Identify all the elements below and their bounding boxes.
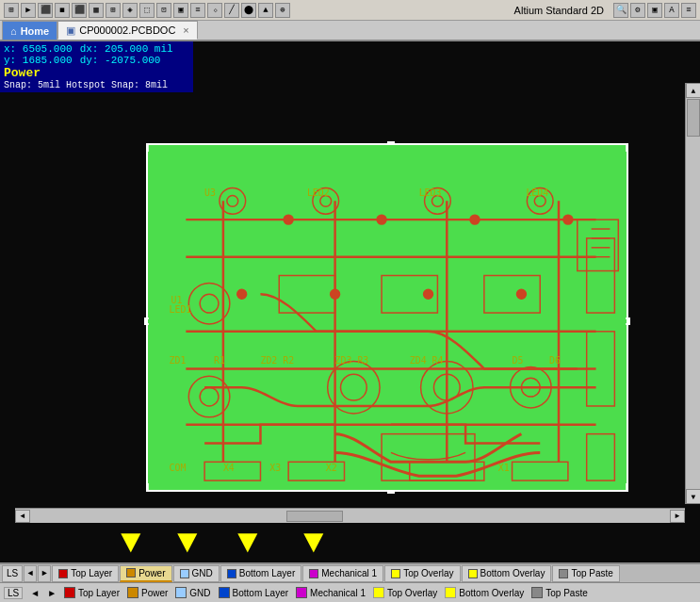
- nav-left-status[interactable]: ◄: [30, 588, 40, 598]
- y-coord: y: 1685.000: [4, 55, 73, 66]
- status-bottom-overlay-color: [445, 587, 456, 598]
- arrow-1: ▼: [121, 524, 141, 562]
- svg-point-51: [516, 289, 526, 299]
- layer-tab-top-paste[interactable]: Top Paste: [552, 565, 619, 582]
- layer-tab-gnd[interactable]: GND: [173, 565, 220, 582]
- svg-point-47: [563, 215, 573, 224]
- layer-tab-bottom-overlay[interactable]: Bottom Overlay: [462, 565, 552, 582]
- toolbar-icon-9[interactable]: ⬚: [139, 3, 155, 18]
- status-gnd-color: [175, 587, 187, 598]
- status-bottom-layer[interactable]: Bottom Layer: [219, 587, 288, 598]
- arrow-2: ▼: [177, 524, 198, 562]
- toolbar-icon-right-4[interactable]: A: [664, 3, 679, 18]
- status-top-layer[interactable]: Top Layer: [64, 587, 120, 598]
- svg-point-50: [424, 289, 433, 299]
- svg-point-46: [470, 215, 480, 224]
- layer-tab-bottom-layer[interactable]: Bottom Layer: [220, 565, 301, 582]
- scroll-thumb-vertical[interactable]: [687, 99, 700, 137]
- status-bottom-layer-label: Bottom Layer: [233, 588, 288, 598]
- status-top-paste[interactable]: Top Paste: [531, 587, 587, 598]
- status-bottom-overlay[interactable]: Bottom Overlay: [445, 587, 524, 598]
- top-overlay-label: Top Overlay: [403, 568, 453, 578]
- toolbar-icon-11[interactable]: ▣: [173, 3, 188, 18]
- svg-text:ZD2 R2: ZD2 R2: [260, 355, 294, 366]
- power-label: Power: [138, 568, 165, 578]
- svg-text:X1: X1: [498, 463, 510, 473]
- dx-coord: dx: 205.000 mil: [80, 43, 173, 55]
- svg-text:LED1: LED1: [170, 304, 192, 315]
- scroll-right-button[interactable]: ►: [670, 510, 685, 523]
- toolbar-icon-13[interactable]: ⬦: [207, 3, 222, 18]
- status-bar: LS ◄ ► Top Layer Power GND Bottom Layer …: [0, 582, 700, 602]
- scroll-up-button[interactable]: ▲: [686, 83, 700, 98]
- top-paste-color: [559, 569, 568, 578]
- toolbar-icon-14[interactable]: ╱: [224, 3, 239, 18]
- toolbar-icon-right-1[interactable]: 🔍: [613, 3, 628, 18]
- nav-right-status[interactable]: ►: [47, 588, 57, 598]
- toolbar-icon-right-3[interactable]: ▣: [647, 3, 662, 18]
- scroll-thumb-horizontal[interactable]: [286, 511, 343, 522]
- svg-text:U3: U3: [204, 187, 216, 198]
- tab-home[interactable]: ⌂ Home: [2, 21, 57, 40]
- toolbar-icon-8[interactable]: ◈: [122, 3, 138, 18]
- toolbar-icon-right-5[interactable]: ≡: [681, 3, 696, 18]
- toolbar-icon-5[interactable]: ⬛: [72, 3, 87, 18]
- toolbar-icon-6[interactable]: ▦: [89, 3, 104, 18]
- status-mechanical-color: [296, 587, 307, 598]
- svg-text:U1: U1: [171, 295, 183, 305]
- layer-tab-top-overlay[interactable]: Top Overlay: [384, 565, 460, 582]
- vertical-scrollbar[interactable]: ▲ ▼: [685, 83, 700, 504]
- layer-scroll-right[interactable]: ►: [38, 565, 51, 582]
- snap-info: Snap: 5mil Hotspot Snap: 8mil: [4, 80, 189, 90]
- status-top-overlay-label: Top Overlay: [387, 588, 437, 598]
- toolbar-icon-12[interactable]: ≡: [190, 3, 205, 18]
- toolbar-icon-1[interactable]: ⊞: [4, 3, 19, 18]
- tab-pcbdoc[interactable]: ▣ CP000002.PCBDOC ×: [57, 21, 198, 40]
- scroll-track-horizontal: [30, 510, 670, 523]
- ls-indicator: LS: [2, 565, 23, 582]
- toolbar-icon-10[interactable]: ⊡: [156, 3, 171, 18]
- svg-text:LED4: LED4: [526, 187, 548, 198]
- x-coord: x: 6505.000: [4, 43, 73, 55]
- toolbar-icon-15[interactable]: ⬤: [241, 3, 256, 18]
- status-gnd[interactable]: GND: [175, 587, 210, 598]
- status-top-overlay-color: [373, 587, 384, 598]
- gnd-label: GND: [192, 568, 213, 578]
- layer-tabs: LS ◄ ► Top Layer Power GND Bottom Layer …: [0, 564, 700, 582]
- svg-text:ZD4 R4: ZD4 R4: [410, 355, 444, 366]
- status-gnd-label: GND: [189, 588, 210, 598]
- mechanical-color: [309, 569, 318, 578]
- status-mechanical[interactable]: Mechanical 1: [296, 587, 366, 598]
- toolbar-icon-3[interactable]: ⬛: [38, 3, 53, 18]
- layer-tab-power[interactable]: Power: [120, 565, 171, 582]
- status-top-overlay[interactable]: Top Overlay: [373, 587, 437, 598]
- pcb-icon: ▣: [66, 24, 75, 37]
- svg-text:X2: X2: [326, 463, 337, 473]
- horizontal-scrollbar[interactable]: ◄ ►: [15, 508, 685, 523]
- status-top-layer-color: [64, 587, 75, 598]
- svg-text:X3: X3: [269, 463, 281, 473]
- toolbar-icon-4[interactable]: ◼: [55, 3, 70, 18]
- arrow-4: ▼: [303, 524, 324, 562]
- pcb-board: LED2 LED3 LED4 U3 LED1 ZD1 R1 ZD2 R2 ZD3…: [146, 143, 628, 492]
- layer-scroll-left[interactable]: ◄: [24, 565, 37, 582]
- status-top-layer-label: Top Layer: [78, 588, 120, 598]
- toolbar-icon-16[interactable]: ▲: [258, 3, 273, 18]
- layer-tab-top-layer[interactable]: Top Layer: [52, 565, 119, 582]
- top-layer-color: [58, 569, 68, 578]
- toolbar-icon-2[interactable]: ▶: [21, 3, 36, 18]
- top-layer-label: Top Layer: [71, 568, 112, 578]
- toolbar-icon-right-2[interactable]: ⚙: [630, 3, 645, 18]
- svg-text:R1: R1: [214, 355, 225, 366]
- canvas-area[interactable]: LED2 LED3 LED4 U3 LED1 ZD1 R1 ZD2 R2 ZD3…: [0, 41, 700, 562]
- scroll-left-button[interactable]: ◄: [15, 510, 30, 523]
- toolbar-icon-7[interactable]: ⊞: [106, 3, 121, 18]
- close-icon[interactable]: ×: [183, 24, 188, 36]
- status-top-paste-color: [531, 587, 543, 598]
- toolbar-icon-17[interactable]: ⊕: [275, 3, 290, 18]
- status-power[interactable]: Power: [127, 587, 168, 598]
- scroll-down-button[interactable]: ▼: [686, 489, 700, 504]
- svg-point-48: [237, 289, 247, 299]
- toolbar: ⊞ ▶ ⬛ ◼ ⬛ ▦ ⊞ ◈ ⬚ ⊡ ▣ ≡ ⬦ ╱ ⬤ ▲ ⊕ Altium…: [0, 0, 700, 21]
- layer-tab-mechanical[interactable]: Mechanical 1: [302, 565, 383, 582]
